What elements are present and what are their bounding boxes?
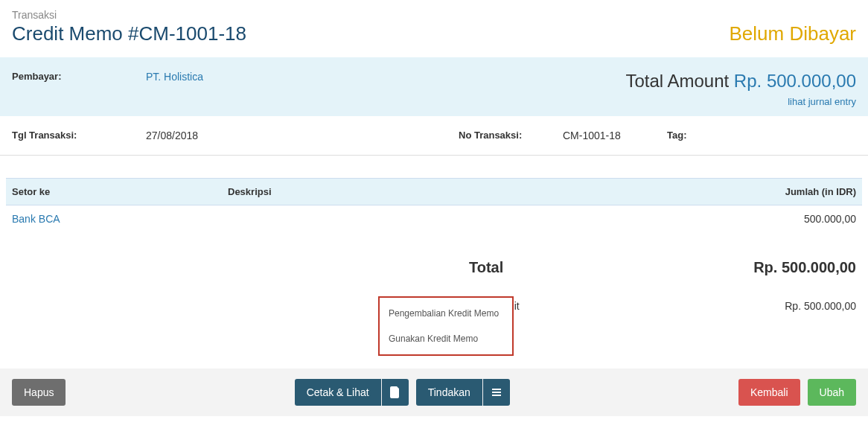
total-amount-value: Rp. 500.000,00 [734, 71, 856, 91]
journal-entry-link[interactable]: lihat jurnal entry [625, 96, 856, 107]
page-header: Transaksi Credit Memo #CM-1001-18 Belum … [0, 0, 868, 57]
tag-label: Tag: [667, 130, 712, 141]
tgl-label: Tgl Transaksi: [12, 130, 146, 141]
tindakan-dropdown: Pengembalian Kredit Memo Gunakan Kredit … [378, 296, 514, 356]
footer-bar: Hapus Cetak & Lihat Tindakan Kembali Uba… [0, 368, 868, 416]
kembali-button[interactable]: Kembali [738, 379, 800, 406]
tindakan-button[interactable]: Tindakan [416, 379, 482, 406]
menu-item-gunakan[interactable]: Gunakan Kredit Memo [380, 326, 512, 351]
tindakan-group: Tindakan [416, 379, 510, 406]
col-header-jumlah: Jumlah (in IDR) [707, 186, 856, 197]
meta-row: Tgl Transaksi: 27/08/2018 No Transaksi: … [0, 116, 868, 156]
totals-block: Total Rp. 500.000,00 Sisa Kredit Rp. 500… [469, 255, 856, 316]
jumlah-cell: 500.000,00 [707, 213, 856, 225]
col-header-setor: Setor ke [12, 186, 228, 197]
sisa-value: Rp. 500.000,00 [785, 300, 856, 312]
breadcrumb: Transaksi [12, 9, 246, 21]
payer-link[interactable]: PT. Holistica [146, 71, 203, 107]
setor-link[interactable]: Bank BCA [12, 213, 228, 225]
menu-item-pengembalian[interactable]: Pengembalian Kredit Memo [380, 301, 512, 326]
deskripsi-cell [228, 213, 707, 225]
cetak-group: Cetak & Lihat [295, 379, 409, 406]
total-amount: Total Amount Rp. 500.000,00 [625, 71, 856, 92]
table-header: Setor ke Deskripsi Jumlah (in IDR) [6, 178, 862, 205]
hapus-button[interactable]: Hapus [12, 379, 66, 406]
ubah-button[interactable]: Ubah [808, 379, 856, 406]
line-items-table: Setor ke Deskripsi Jumlah (in IDR) Bank … [6, 178, 862, 232]
summary-panel: Pembayar: PT. Holistica Total Amount Rp.… [0, 57, 868, 116]
menu-icon[interactable] [483, 379, 510, 406]
document-icon[interactable] [382, 379, 409, 406]
total-amount-label: Total Amount [625, 71, 729, 91]
total-label: Total [469, 259, 503, 276]
total-value: Rp. 500.000,00 [753, 259, 856, 276]
no-value: CM-1001-18 [563, 130, 667, 141]
status-badge: Belum Dibayar [729, 22, 856, 45]
table-row: Bank BCA 500.000,00 [6, 205, 862, 232]
col-header-deskripsi: Deskripsi [228, 186, 707, 197]
page-title: Credit Memo #CM-1001-18 [12, 22, 246, 45]
tgl-value: 27/08/2018 [146, 130, 310, 141]
no-label: No Transaksi: [459, 130, 563, 141]
cetak-button[interactable]: Cetak & Lihat [295, 379, 381, 406]
payer-label: Pembayar: [12, 71, 146, 107]
